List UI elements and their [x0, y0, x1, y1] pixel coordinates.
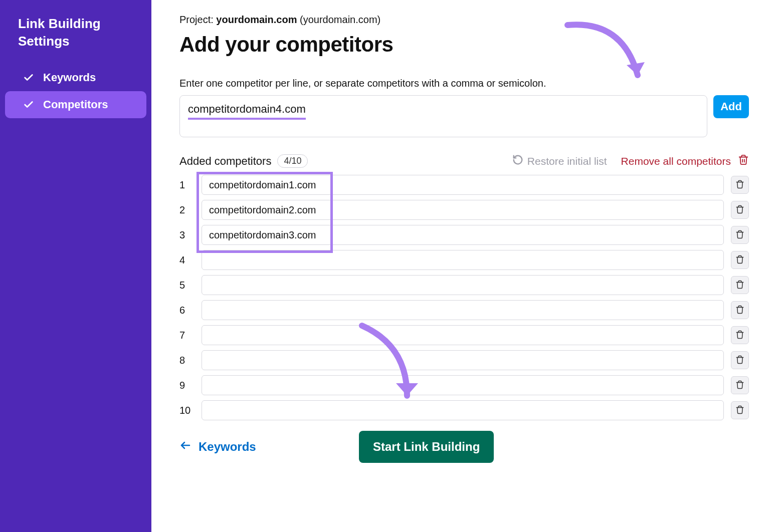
arrow-left-icon: [179, 439, 191, 454]
delete-row-button[interactable]: [731, 351, 749, 369]
project-domain: yourdomain.com: [216, 14, 297, 25]
delete-row-button[interactable]: [731, 326, 749, 344]
trash-icon: [735, 330, 744, 341]
delete-row-button[interactable]: [731, 401, 749, 419]
table-row: 3 competitordomain3.com: [179, 225, 749, 245]
competitor-input-row: competitordomain4.com Add: [179, 95, 749, 137]
row-number: 2: [179, 204, 194, 216]
row-number: 4: [179, 254, 194, 266]
project-domain-paren: (yourdomain.com): [297, 14, 381, 25]
row-number: 5: [179, 280, 194, 291]
annotation-arrow-icon: [562, 15, 653, 105]
competitor-row-input[interactable]: [202, 325, 724, 345]
added-header-left: Added competitors 4/10: [179, 154, 308, 168]
row-number: 10: [179, 405, 194, 416]
instructions-text: Enter one competitor per line, or separa…: [179, 78, 749, 89]
trash-icon: [735, 180, 744, 190]
back-label: Keywords: [199, 440, 256, 454]
added-label: Added competitors: [179, 155, 271, 168]
count-pill: 4/10: [277, 154, 308, 168]
sidebar-item-label: Keywords: [43, 71, 96, 84]
trash-icon: [735, 255, 744, 265]
competitor-row-input[interactable]: [202, 400, 724, 420]
added-header-right: Restore initial list Remove all competit…: [512, 154, 749, 168]
page-title: Add your competitors: [179, 33, 749, 57]
check-icon: [23, 72, 34, 83]
delete-row-button[interactable]: [731, 176, 749, 194]
competitor-rows: 1 competitordomain1.com 2 competitordoma…: [179, 175, 749, 420]
row-number: 8: [179, 355, 194, 366]
competitor-row-input[interactable]: [202, 350, 724, 370]
competitor-row-input[interactable]: competitordomain2.com: [202, 200, 724, 220]
table-row: 6: [179, 300, 749, 320]
competitor-row-input[interactable]: competitordomain1.com: [202, 175, 724, 195]
trash-icon: [735, 405, 744, 416]
competitor-row-input[interactable]: [202, 250, 724, 270]
delete-row-button[interactable]: [731, 376, 749, 394]
trash-icon: [735, 205, 744, 215]
delete-row-button[interactable]: [731, 226, 749, 244]
trash-icon: [735, 355, 744, 366]
table-row: 5: [179, 275, 749, 295]
svg-marker-1: [627, 62, 645, 75]
undo-icon: [512, 154, 523, 168]
back-to-keywords[interactable]: Keywords: [179, 439, 256, 454]
sidebar-item-label: Competitors: [43, 98, 108, 111]
start-link-building-button[interactable]: Start Link Building: [359, 431, 494, 463]
row-number: 6: [179, 305, 194, 316]
trash-icon: [738, 154, 749, 168]
competitor-row-input[interactable]: competitordomain3.com: [202, 225, 724, 245]
sidebar-title: Link Building Settings: [0, 15, 151, 64]
table-row: 7: [179, 325, 749, 345]
add-button[interactable]: Add: [713, 95, 749, 118]
trash-icon: [735, 305, 744, 316]
row-number: 9: [179, 380, 194, 391]
row-number: 7: [179, 330, 194, 341]
row-number: 3: [179, 229, 194, 241]
table-row: 4: [179, 250, 749, 270]
competitor-row-input[interactable]: [202, 300, 724, 320]
restore-label: Restore initial list: [527, 155, 607, 167]
main-content: Project: yourdomain.com (yourdomain.com)…: [151, 0, 779, 532]
added-header: Added competitors 4/10 Restore initial l…: [179, 154, 749, 168]
competitor-row-input[interactable]: [202, 275, 724, 295]
table-row: 8: [179, 350, 749, 370]
sidebar: Link Building Settings Keywords Competit…: [0, 0, 151, 532]
sidebar-item-keywords[interactable]: Keywords: [5, 64, 146, 91]
check-icon: [23, 99, 34, 110]
table-row: 2 competitordomain2.com: [179, 200, 749, 220]
footer-nav: Keywords Start Link Building: [179, 439, 749, 454]
row-number: 1: [179, 179, 194, 191]
remove-all-competitors[interactable]: Remove all competitors: [621, 154, 749, 168]
project-line: Project: yourdomain.com (yourdomain.com): [179, 14, 749, 26]
delete-row-button[interactable]: [731, 201, 749, 219]
restore-initial-list[interactable]: Restore initial list: [512, 154, 607, 168]
trash-icon: [735, 280, 744, 291]
table-row: 9: [179, 375, 749, 395]
table-row: 1 competitordomain1.com: [179, 175, 749, 195]
table-row: 10: [179, 400, 749, 420]
delete-row-button[interactable]: [731, 251, 749, 269]
competitor-row-input[interactable]: [202, 375, 724, 395]
project-prefix: Project:: [179, 14, 216, 25]
trash-icon: [735, 380, 744, 391]
competitor-input[interactable]: competitordomain4.com: [179, 95, 707, 137]
sidebar-item-competitors[interactable]: Competitors: [5, 91, 146, 118]
delete-row-button[interactable]: [731, 276, 749, 294]
competitor-input-value: competitordomain4.com: [188, 103, 306, 120]
delete-row-button[interactable]: [731, 301, 749, 319]
trash-icon: [735, 230, 744, 240]
remove-all-label: Remove all competitors: [621, 155, 731, 167]
